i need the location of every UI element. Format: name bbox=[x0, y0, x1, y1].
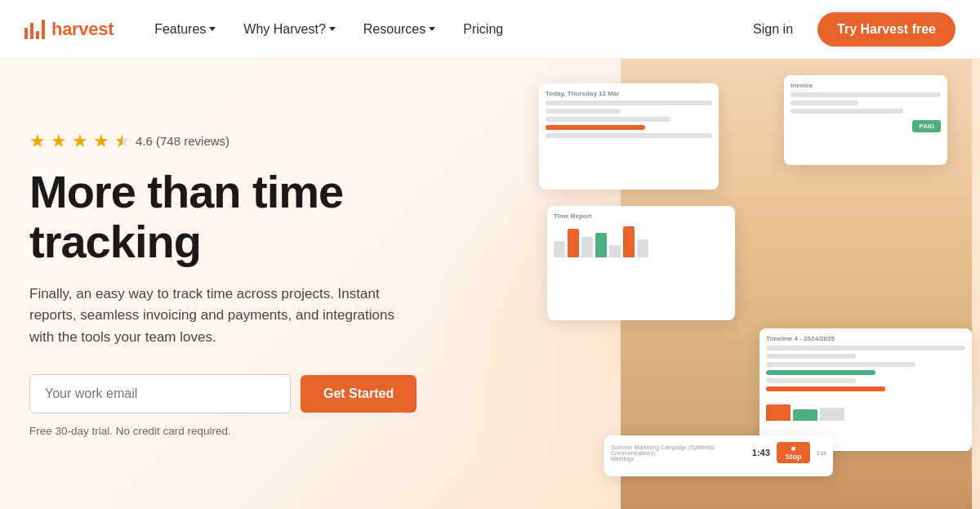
chevron-down-icon bbox=[429, 27, 435, 31]
chevron-down-icon bbox=[209, 27, 216, 31]
logo-icon bbox=[24, 20, 45, 39]
star-3: ★ bbox=[72, 131, 88, 152]
star-2: ★ bbox=[51, 131, 67, 152]
rating-row: ★ ★ ★ ★ ★ ★ 4.6 (748 reviews) bbox=[29, 131, 457, 152]
chevron-down-icon bbox=[329, 27, 336, 31]
nav-resources[interactable]: Resources bbox=[352, 16, 447, 43]
hero-title: More than time tracking bbox=[29, 167, 457, 267]
hero-subtitle: Finally, an easy way to track time acros… bbox=[29, 284, 405, 348]
hero-left: ★ ★ ★ ★ ★ ★ 4.6 (748 reviews) More than … bbox=[0, 59, 457, 509]
sign-in-link[interactable]: Sign in bbox=[742, 16, 804, 43]
trial-note: Free 30-day trial. No credit card requir… bbox=[29, 425, 457, 437]
ui-card-1: Today, Thursday 12 Mar bbox=[539, 83, 719, 190]
ui-card-4: Timeline 4 - 2024/2025 bbox=[760, 328, 972, 451]
nav-links: Features Why Harvest? Resources Pricing bbox=[143, 16, 742, 43]
ui-card-5: Summer Marketing Campaign (Splitfields C… bbox=[604, 435, 833, 476]
try-harvest-button[interactable]: Try Harvest free bbox=[817, 12, 956, 47]
nav-why-harvest[interactable]: Why Harvest? bbox=[232, 16, 346, 43]
get-started-button[interactable]: Get Started bbox=[301, 375, 416, 413]
rating-text: 4.6 (748 reviews) bbox=[136, 134, 229, 148]
ui-card-3: Time Report bbox=[547, 206, 735, 320]
stop-timer-button[interactable]: ■ Stop bbox=[777, 442, 810, 463]
nav-pricing[interactable]: Pricing bbox=[452, 16, 514, 43]
nav-right: Sign in Try Harvest free bbox=[742, 12, 956, 47]
star-4: ★ bbox=[93, 131, 109, 152]
logo[interactable]: harvest bbox=[24, 19, 114, 40]
email-input[interactable] bbox=[29, 374, 291, 413]
hero-illustration: Today, Thursday 12 Mar Invoice PAID Time… bbox=[441, 59, 980, 509]
nav-features[interactable]: Features bbox=[143, 16, 227, 43]
ui-card-2: Invoice PAID bbox=[784, 75, 947, 165]
navbar: harvest Features Why Harvest? Resources … bbox=[0, 0, 980, 59]
star-1: ★ bbox=[29, 131, 46, 152]
email-cta-row: Get Started bbox=[29, 374, 457, 413]
logo-text: harvest bbox=[51, 19, 114, 40]
paid-badge: PAID bbox=[912, 120, 941, 132]
star-5: ★ ★ bbox=[114, 131, 131, 152]
hero-section: ★ ★ ★ ★ ★ ★ 4.6 (748 reviews) More than … bbox=[0, 59, 980, 509]
